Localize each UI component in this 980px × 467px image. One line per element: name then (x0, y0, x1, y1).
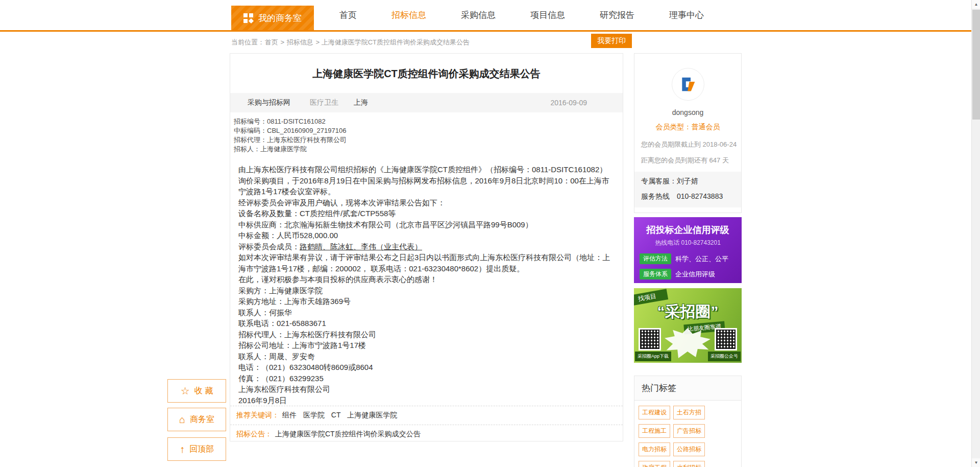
hot-tags-list: 工程建设 土石方招 工程施工 广告招标 电力招标 公路招标 政府工程 水利招标 … (634, 401, 741, 467)
article-info-block: 招标编号：0811-DSITC161082 中标编码：CBL_20160909_… (234, 117, 623, 154)
back-to-top-label: 回顶部 (189, 444, 214, 455)
notice-section: 招标公告： 上海健康医学院CT质控组件询价采购成交公告 (230, 425, 623, 441)
keyword-link[interactable]: CT (331, 411, 341, 419)
my-business-room-label: 我的商务室 (258, 12, 302, 24)
article-paragraph: 传真：（021）63299235 (238, 373, 614, 384)
article-paragraph: 2016年9月8日 (238, 395, 614, 406)
top-navigation: 我的商务室 首页 招标信息 采购信息 项目信息 研究报告 理事中心 (0, 0, 980, 32)
hot-tag[interactable]: 政府工程 (639, 461, 670, 467)
hot-tag[interactable]: 水利招标 (673, 461, 705, 467)
breadcrumb-home-link[interactable]: 首页 (265, 38, 278, 46)
notice-link[interactable]: 上海健康医学院CT质控组件询价采购成交公告 (275, 430, 421, 439)
meta-region-link[interactable]: 上海 (354, 98, 368, 107)
meta-source-link[interactable]: 采购与招标网 (248, 98, 290, 107)
print-button[interactable]: 我要打印 (591, 34, 632, 48)
article-paragraph: 采购方地址：上海市天雄路369号 (238, 296, 614, 307)
breadcrumb-current: 上海健康医学院CT质控组件询价采购成交结果公告 (322, 38, 470, 46)
breadcrumb-separator: > (279, 38, 286, 46)
article-paragraph: 中标供应商：北京瀚海拓新生物技术有限公司（北京市昌平区沙河镇昌平路99号B009… (238, 219, 614, 230)
credit-row: 服务体系 企业信用评级 (640, 269, 736, 279)
scroll-down-icon[interactable]: ▼ (972, 458, 980, 467)
hot-tags-title: 热门标签 (634, 376, 741, 401)
my-business-room-button[interactable]: 我的商务室 (231, 6, 314, 30)
qr-code-app-icon (639, 328, 661, 351)
hot-tag[interactable]: 工程施工 (639, 424, 670, 438)
article-paragraph: 经评标委员会评审及用户确认，现将本次评审结果公告如下： (238, 197, 614, 208)
article-paragraph: 由上海东松医疗科技有限公司组织招标的《上海健康医学院CT质控组件》（招标编号：0… (238, 164, 614, 197)
hot-tag[interactable]: 广告招标 (673, 424, 705, 438)
meta-category-link[interactable]: 医疗卫生 (310, 98, 338, 107)
hot-tag[interactable]: 公路招标 (673, 442, 705, 456)
hotline-number: 010-82743883 (677, 192, 723, 200)
nav-item[interactable]: 研究报告 (600, 9, 634, 21)
article-paragraph: 联系人：周晟、罗安奇 (238, 351, 614, 362)
breadcrumb-label: 当前位置： (231, 38, 264, 46)
hot-tag[interactable]: 土石方招 (673, 406, 705, 419)
member-type: 会员类型：普通会员 (634, 123, 741, 132)
nav-item[interactable]: 招标信息 (391, 9, 426, 21)
credit-banner-title: 招投标企业信用评级 (634, 217, 742, 236)
info-line: 招标代理：上海东松医疗科技有限公司 (234, 135, 623, 145)
scrollbar-thumb[interactable] (972, 10, 980, 120)
breadcrumb-separator: > (314, 38, 322, 46)
article-title: 上海健康医学院CT质控组件询价采购成交结果公告 (230, 67, 623, 81)
keywords-label: 推荐关键词： (236, 411, 279, 420)
keywords-links: 组件 医学院 CT 上海健康医学院 (282, 411, 402, 420)
article-paragraph: 采购方：上海健康医学院 (238, 285, 614, 296)
info-line: 招标人：上海健康医学院 (234, 145, 623, 154)
credit-banner-rows: 评估方法 科学、公正、公平 服务体系 企业信用评级 (634, 253, 742, 279)
caizhaoquan-ad-banner[interactable]: 找项目 “采招圈” 比朋友圈靠谱 采招圈App下载 采招圈公众号 (634, 288, 742, 363)
article-body: 由上海东松医疗科技有限公司组织招标的《上海健康医学院CT质控组件》（招标编号：0… (238, 164, 614, 406)
nav-item[interactable]: 首页 (339, 9, 357, 21)
star-icon: ☆ (181, 386, 190, 396)
article-box: 上海健康医学院CT质控组件询价采购成交结果公告 采购与招标网 医疗卫生 上海 2… (230, 53, 623, 441)
article-paragraph: 联系电话：021-65883671 (238, 318, 614, 329)
user-name: dongsong (634, 108, 741, 116)
nav-item[interactable]: 项目信息 (530, 9, 565, 21)
favorite-label: 收 藏 (194, 386, 213, 396)
scroll-up-icon[interactable]: ▲ (972, 0, 980, 9)
scrollbar[interactable]: ▲ ▼ (971, 0, 980, 467)
info-line: 中标编码：CBL_20160909_27197106 (234, 126, 623, 135)
business-room-button[interactable]: ⌂ 商务室 (167, 408, 226, 431)
member-days-left: 距离您的会员到期还有 647 天 (634, 156, 741, 165)
article-paragraph: 招标代理人：上海东松医疗科技有限公司 (238, 329, 614, 340)
service-agent: 专属客服：刘子婧 (641, 177, 734, 186)
keyword-link[interactable]: 组件 (282, 411, 297, 419)
keyword-link[interactable]: 上海健康医学院 (347, 411, 397, 419)
article-paragraph: 联系人：何振华 (238, 307, 614, 318)
sidebar: dongsong 会员类型：普通会员 您的会员期限截止到 2018-06-24 … (634, 53, 742, 467)
favorite-button[interactable]: ☆ 收 藏 (167, 379, 226, 403)
article-paragraph: 电话：（021）63230480转8609或8604 (238, 362, 614, 373)
back-to-top-button[interactable]: ↑ 回顶部 (167, 437, 226, 461)
credit-banner-phone: 热线电话 010-82743201 (634, 239, 742, 247)
business-room-label: 商务室 (190, 414, 214, 425)
article-paragraph: 在此，谨对积极参与本项目投标的供应商表示衷心的感谢！ (238, 274, 614, 285)
service-hotline: 服务热线 010-82743883 (641, 192, 734, 201)
avatar[interactable] (672, 68, 704, 101)
dongsong-logo-icon (678, 74, 698, 95)
breadcrumb-section-link[interactable]: 招标信息 (287, 38, 313, 46)
article-meta-bar: 采购与招标网 医疗卫生 上海 2016-09-09 (230, 93, 623, 112)
article-paragraph: 评标委员会成员：路鹤晴、陈冰虹、李伟（业主代表） (238, 241, 614, 252)
credit-rating-banner[interactable]: 招投标企业信用评级 热线电话 010-82743201 评估方法 科学、公正、公… (634, 217, 742, 283)
burst-graphic (665, 328, 710, 360)
nav-item[interactable]: 理事中心 (669, 9, 704, 21)
keywords-section: 推荐关键词： 组件 医学院 CT 上海健康医学院 (230, 406, 623, 425)
article-paragraph: 设备名称及数量：CT质控组件/贰套/CTP558等 (238, 208, 614, 219)
meta-date: 2016-09-09 (550, 99, 587, 107)
hotline-label: 服务热线 (641, 192, 670, 200)
arrow-up-icon: ↑ (180, 444, 185, 454)
user-panel: dongsong 会员类型：普通会员 您的会员期限截止到 2018-06-24 … (634, 53, 742, 213)
ad-title: “采招圈” (634, 301, 742, 322)
keyword-link[interactable]: 医学院 (303, 411, 325, 419)
dashboard-grid-icon (243, 13, 253, 23)
notice-label: 招标公告： (236, 430, 272, 439)
nav-item[interactable]: 采购信息 (461, 9, 496, 21)
article-paragraph: 上海东松医疗科技有限公司 (238, 384, 614, 395)
qr-caption-wechat: 采招圈公众号 (708, 352, 741, 361)
credit-row: 评估方法 科学、公正、公平 (640, 253, 736, 264)
hot-tag[interactable]: 工程建设 (639, 406, 670, 419)
hot-tag[interactable]: 电力招标 (639, 442, 670, 456)
article-paragraph: 中标金额：人民币528,000.00 (238, 230, 614, 241)
